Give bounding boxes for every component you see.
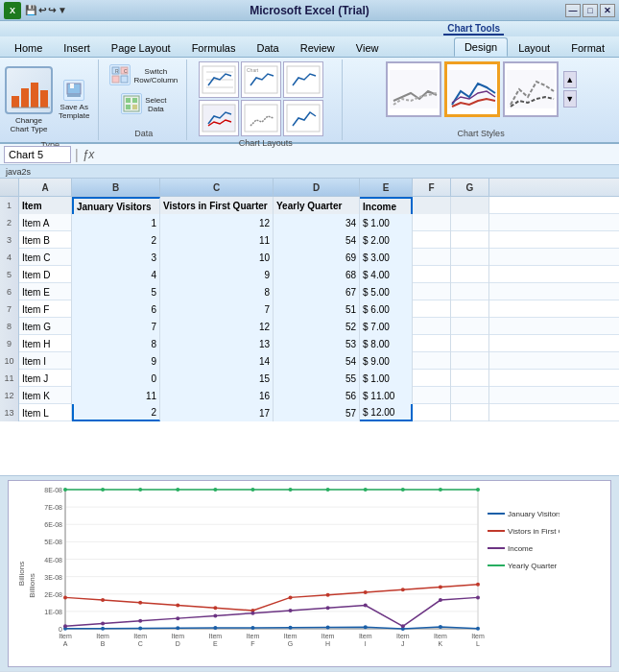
cell-4-G[interactable] (451, 249, 489, 266)
cell-3-B[interactable]: 2 (72, 231, 160, 249)
cell-1-E[interactable]: Income (360, 197, 413, 214)
cell-6-G[interactable] (451, 283, 489, 300)
cell-11-B[interactable]: 0 (72, 370, 160, 387)
cell-3-F[interactable] (413, 231, 451, 249)
cell-1-F[interactable] (413, 197, 451, 214)
cell-12-D[interactable]: 56 (274, 387, 360, 404)
tab-home[interactable]: Home (4, 37, 53, 57)
cell-12-B[interactable]: 11 (72, 387, 160, 404)
cell-9-C[interactable]: 13 (160, 335, 274, 352)
cell-5-B[interactable]: 4 (72, 266, 160, 283)
cell-13-G[interactable] (451, 404, 489, 421)
maximize-btn[interactable]: □ (583, 4, 598, 17)
cell-5-F[interactable] (413, 266, 451, 283)
cell-7-E[interactable]: $ 6.00 (360, 300, 413, 318)
cell-2-B[interactable]: 1 (72, 214, 160, 231)
style-1[interactable] (386, 61, 441, 117)
cell-13-C[interactable]: 17 (160, 404, 274, 421)
cell-13-D[interactable]: 57 (274, 404, 360, 421)
style-2-active[interactable] (444, 61, 500, 117)
cell-2-F[interactable] (413, 214, 451, 231)
cell-6-B[interactable]: 5 (72, 283, 160, 300)
close-btn[interactable]: ✕ (600, 4, 615, 17)
formula-input[interactable] (98, 146, 615, 163)
cell-3-C[interactable]: 11 (160, 231, 274, 249)
cell-3-G[interactable] (451, 231, 489, 249)
layout-5[interactable] (241, 100, 281, 136)
undo-quick-btn[interactable]: ↩ (38, 5, 46, 15)
cell-2-G[interactable] (451, 214, 489, 231)
window-controls[interactable]: — □ ✕ (565, 4, 615, 17)
cell-2-C[interactable]: 12 (160, 214, 274, 231)
layout-6[interactable] (283, 100, 323, 136)
col-header-c[interactable]: C (160, 179, 274, 196)
cell-1-B[interactable]: January Visitors (72, 197, 160, 214)
tab-view[interactable]: View (345, 37, 390, 57)
tab-page-layout[interactable]: Page Layout (101, 37, 181, 57)
cell-5-C[interactable]: 9 (160, 266, 274, 283)
cell-11-E[interactable]: $ 1.00 (360, 370, 413, 387)
cell-6-D[interactable]: 67 (274, 283, 360, 300)
cell-9-G[interactable] (451, 335, 489, 352)
chart-area[interactable]: Billions 01E-082E-083E-084E-085E-086E-08… (8, 480, 611, 667)
cell-11-F[interactable] (413, 370, 451, 387)
layout-3[interactable] (283, 61, 323, 98)
cell-10-G[interactable] (451, 352, 489, 370)
cell-4-A[interactable]: Item C (19, 249, 72, 266)
cell-9-B[interactable]: 8 (72, 335, 160, 352)
cell-11-D[interactable]: 55 (274, 370, 360, 387)
cell-7-G[interactable] (451, 300, 489, 318)
cell-6-C[interactable]: 8 (160, 283, 274, 300)
cell-1-G[interactable] (451, 197, 489, 214)
more-quick-btn[interactable]: ▼ (58, 5, 67, 15)
cell-7-B[interactable]: 6 (72, 300, 160, 318)
cell-5-E[interactable]: $ 4.00 (360, 266, 413, 283)
redo-quick-btn[interactable]: ↪ (48, 5, 56, 15)
cell-5-A[interactable]: Item D (19, 266, 72, 283)
cell-4-D[interactable]: 69 (274, 249, 360, 266)
cell-13-B[interactable]: 2 (72, 404, 160, 421)
name-box[interactable] (4, 146, 71, 163)
cell-1-D[interactable]: Yearly Quarter (274, 197, 360, 214)
cell-7-D[interactable]: 51 (274, 300, 360, 318)
cell-3-A[interactable]: Item B (19, 231, 72, 249)
cell-10-A[interactable]: Item I (19, 352, 72, 370)
cell-11-A[interactable]: Item J (19, 370, 72, 387)
cell-4-C[interactable]: 10 (160, 249, 274, 266)
save-quick-btn[interactable]: 💾 (25, 5, 36, 15)
cell-8-D[interactable]: 52 (274, 318, 360, 335)
cell-8-C[interactable]: 12 (160, 318, 274, 335)
tab-review[interactable]: Review (290, 37, 345, 57)
cell-6-E[interactable]: $ 5.00 (360, 283, 413, 300)
save-as-template-btn[interactable]: Save AsTemplate (54, 77, 94, 123)
cell-13-E[interactable]: $ 12.00 (360, 404, 413, 421)
cell-8-G[interactable] (451, 318, 489, 335)
tab-layout[interactable]: Layout (508, 37, 560, 57)
cell-1-C[interactable]: Vistors in First Quarter (160, 197, 274, 214)
tab-data[interactable]: Data (246, 37, 289, 57)
cell-3-D[interactable]: 54 (274, 231, 360, 249)
cell-12-G[interactable] (451, 387, 489, 404)
cell-8-B[interactable]: 7 (72, 318, 160, 335)
cell-12-A[interactable]: Item K (19, 387, 72, 404)
cell-9-E[interactable]: $ 8.00 (360, 335, 413, 352)
cell-6-F[interactable] (413, 283, 451, 300)
tab-insert[interactable]: Insert (53, 37, 101, 57)
col-header-b[interactable]: B (72, 179, 160, 196)
styles-scroll-up[interactable]: ▲ (563, 71, 577, 88)
cell-10-B[interactable]: 9 (72, 352, 160, 370)
styles-scroll-down[interactable]: ▼ (563, 90, 577, 108)
cell-12-F[interactable] (413, 387, 451, 404)
cell-1-A[interactable]: Item (19, 197, 72, 214)
layout-2[interactable]: Chart (241, 61, 281, 98)
col-header-g[interactable]: G (451, 179, 489, 196)
cell-12-E[interactable]: $ 11.00 (360, 387, 413, 404)
cell-9-D[interactable]: 53 (274, 335, 360, 352)
cell-13-F[interactable] (413, 404, 451, 421)
cell-8-A[interactable]: Item G (19, 318, 72, 335)
cell-6-A[interactable]: Item E (19, 283, 72, 300)
tab-format[interactable]: Format (560, 37, 615, 57)
style-3[interactable] (503, 61, 559, 117)
switch-row-col-btn[interactable]: R C SwitchRow/Column (105, 61, 182, 88)
col-header-d[interactable]: D (274, 179, 360, 196)
